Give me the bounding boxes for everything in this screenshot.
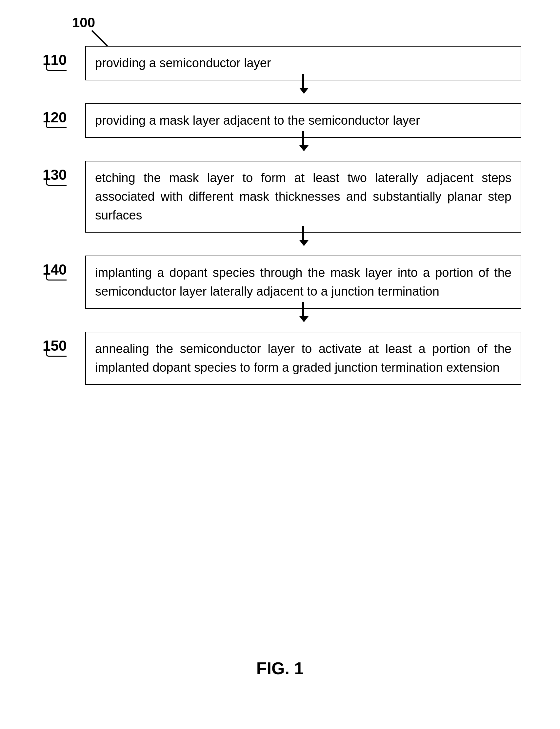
step-label-130: 130 xyxy=(43,161,85,183)
step-row-120: 120 providing a mask layer adjacent to t… xyxy=(43,103,521,138)
step-label-110: 110 xyxy=(43,46,85,68)
arrow-1 xyxy=(43,80,521,103)
step-row-140: 140 implanting a dopant species through … xyxy=(43,255,521,309)
step-box-150: annealing the semiconductor layer to act… xyxy=(85,332,521,385)
step-row-130: 130 etching the mask layer to form at le… xyxy=(43,161,521,233)
step-label-150: 150 xyxy=(43,332,85,354)
diagram-title-area: 100 xyxy=(72,15,95,30)
fig-caption: FIG. 1 xyxy=(256,658,304,678)
arrow-3 xyxy=(43,233,521,255)
diagram-container: 100 110 providing a semiconductor layer xyxy=(0,0,560,729)
flowchart: 110 providing a semiconductor layer 120 … xyxy=(43,46,521,385)
step-label-120: 120 xyxy=(43,103,85,126)
step-row-110: 110 providing a semiconductor layer xyxy=(43,46,521,80)
step-row-150: 150 annealing the semiconductor layer to… xyxy=(43,332,521,385)
step-box-140: implanting a dopant species through the … xyxy=(85,255,521,309)
step-label-140: 140 xyxy=(43,255,85,278)
arrow-4 xyxy=(43,309,521,332)
step-box-130: etching the mask layer to form at least … xyxy=(85,161,521,233)
arrow-2 xyxy=(43,138,521,161)
